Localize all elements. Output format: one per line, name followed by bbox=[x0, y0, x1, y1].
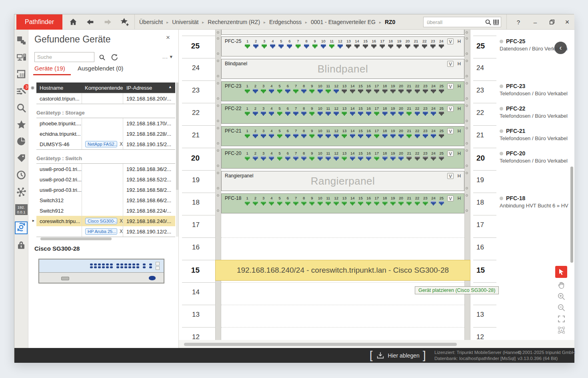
port[interactable]: 3 bbox=[259, 196, 267, 212]
table-row[interactable]: echidna.tripunkt...192.168.168.228/... bbox=[36, 129, 175, 139]
port[interactable]: 5 bbox=[276, 106, 284, 122]
back-icon[interactable] bbox=[84, 16, 96, 28]
port[interactable]: 15 bbox=[356, 151, 364, 167]
port[interactable]: 21 bbox=[405, 196, 413, 212]
port[interactable]: 15 bbox=[361, 39, 370, 55]
close-panel-icon[interactable]: × bbox=[166, 34, 170, 42]
rack-panel-pfc-23[interactable]: PFC-231234567891011121314151617181920212… bbox=[221, 81, 464, 101]
port[interactable]: 3 bbox=[260, 39, 268, 55]
port[interactable]: 11 bbox=[324, 151, 332, 167]
port[interactable]: 7 bbox=[292, 84, 300, 100]
table-horizontal-scrollbar[interactable] bbox=[40, 237, 112, 240]
port[interactable]: 24 bbox=[437, 39, 446, 55]
port[interactable]: 1 bbox=[243, 151, 251, 167]
remove-component-button[interactable]: X bbox=[120, 141, 123, 147]
port[interactable]: 21 bbox=[405, 151, 413, 167]
breadcrumb-item[interactable]: Erdgeschoss bbox=[269, 19, 302, 25]
port[interactable]: 3 bbox=[259, 129, 267, 145]
port[interactable]: 25 bbox=[438, 196, 446, 212]
port[interactable]: 10 bbox=[319, 39, 328, 55]
port[interactable]: 5 bbox=[276, 129, 284, 145]
tab-hidden[interactable]: Ausgeblendet (0) bbox=[78, 65, 123, 72]
rack-horizontal-scrollbar[interactable] bbox=[184, 343, 457, 346]
rack-panel-info[interactable]: PFC-22Telefondosen / Büro Verkabel bbox=[500, 105, 570, 119]
port[interactable]: 7 bbox=[292, 151, 300, 167]
port[interactable]: 20 bbox=[397, 151, 405, 167]
component-badge[interactable]: Cisco SG300-... bbox=[85, 218, 117, 224]
port[interactable]: 19 bbox=[395, 39, 403, 55]
port[interactable]: 6 bbox=[284, 196, 292, 212]
panel-v-button[interactable]: V bbox=[447, 195, 454, 201]
minimize-button[interactable]: – bbox=[529, 16, 542, 28]
breadcrumb-item[interactable]: Rechenzentrum (RZ) bbox=[208, 19, 260, 25]
breadcrumb-item[interactable]: RZ0 bbox=[385, 19, 395, 25]
rack-vertical-scrollbar[interactable] bbox=[570, 167, 573, 263]
port[interactable]: 13 bbox=[340, 129, 348, 145]
star-add-icon[interactable] bbox=[119, 16, 131, 28]
drop-here-zone[interactable]: [ Hier ablegen ] bbox=[370, 348, 426, 363]
restore-button[interactable] bbox=[546, 16, 558, 28]
ip-address-button[interactable]: 192.0.0.1 bbox=[15, 204, 28, 215]
port[interactable]: 8 bbox=[300, 129, 308, 145]
close-button[interactable]: × bbox=[561, 16, 574, 28]
port[interactable]: 23 bbox=[421, 196, 429, 212]
tools-icon[interactable]: 3 bbox=[16, 86, 26, 97]
port[interactable]: 24 bbox=[429, 151, 437, 167]
port[interactable]: 12 bbox=[332, 151, 340, 167]
port[interactable]: 25 bbox=[438, 106, 446, 122]
topology-icon[interactable] bbox=[16, 36, 26, 46]
rack-panel-rangierpanel[interactable]: RangierpanelRangierpanelVH bbox=[221, 171, 464, 191]
breadcrumb-item[interactable]: Universität bbox=[172, 19, 198, 25]
port[interactable]: 17 bbox=[378, 39, 386, 55]
search-icon[interactable] bbox=[16, 103, 26, 114]
remove-component-button[interactable]: X bbox=[120, 218, 123, 224]
port[interactable]: 1 bbox=[243, 196, 251, 212]
port[interactable]: 7 bbox=[292, 196, 300, 212]
port[interactable]: 19 bbox=[389, 84, 397, 100]
port[interactable]: 9 bbox=[308, 151, 316, 167]
discovery-icon[interactable] bbox=[16, 223, 26, 233]
component-badge[interactable]: HP Aruba 25... bbox=[85, 228, 117, 235]
drag-preview-block[interactable]: 192.168.168.240/24 - coreswitch.tripunkt… bbox=[215, 260, 470, 281]
port[interactable]: 13 bbox=[344, 39, 353, 55]
zoom-out-tool[interactable] bbox=[556, 304, 566, 313]
panel-v-button[interactable]: V bbox=[447, 128, 454, 134]
table-row[interactable]: HP Aruba 25...X192.168.190.12/2... bbox=[36, 226, 175, 237]
port[interactable]: 14 bbox=[348, 129, 356, 145]
table-row[interactable]: usw8-prod-01.tri...192.168.168.36/2... bbox=[36, 164, 175, 174]
port[interactable]: 10 bbox=[316, 151, 324, 167]
port[interactable]: 24 bbox=[429, 84, 437, 100]
port[interactable]: 8 bbox=[300, 196, 308, 212]
port[interactable]: 22 bbox=[413, 129, 421, 145]
port[interactable]: 11 bbox=[324, 84, 332, 100]
port[interactable]: 2 bbox=[251, 151, 259, 167]
port[interactable]: 11 bbox=[324, 106, 332, 122]
port[interactable]: 8 bbox=[300, 106, 308, 122]
port[interactable]: 22 bbox=[420, 39, 429, 55]
port[interactable]: 25 bbox=[438, 129, 446, 145]
port[interactable]: 22 bbox=[413, 84, 421, 100]
port[interactable]: 8 bbox=[300, 151, 308, 167]
sort-arrow-icon[interactable]: ▲ bbox=[168, 85, 172, 89]
table-row[interactable]: castorold.tripun...192.168.168.200/... bbox=[36, 93, 175, 104]
rack-panel-info[interactable]: PFC-18Anbindung HVT Bucht 6 » HV bbox=[500, 195, 570, 209]
port[interactable]: 25 bbox=[438, 151, 446, 167]
port[interactable]: 8 bbox=[300, 84, 308, 100]
panel-v-button[interactable]: V bbox=[447, 61, 454, 67]
port[interactable]: 22 bbox=[413, 106, 421, 122]
global-search-input[interactable] bbox=[427, 19, 485, 25]
select-tool[interactable] bbox=[555, 266, 567, 278]
refresh-icon[interactable] bbox=[110, 53, 119, 62]
port[interactable]: 14 bbox=[348, 196, 356, 212]
port[interactable]: 12 bbox=[336, 39, 344, 55]
port[interactable]: 24 bbox=[429, 196, 437, 212]
port[interactable]: 6 bbox=[284, 106, 292, 122]
port[interactable]: 1 bbox=[243, 39, 252, 55]
port[interactable]: 21 bbox=[405, 106, 413, 122]
table-row[interactable]: DUMSYS-46NetApp FAS2...X192.168.190.15/2… bbox=[36, 139, 175, 149]
port[interactable]: 11 bbox=[328, 39, 336, 55]
port[interactable]: 22 bbox=[413, 151, 421, 167]
port[interactable]: 9 bbox=[308, 196, 316, 212]
port[interactable]: 15 bbox=[356, 106, 364, 122]
device-search-input[interactable] bbox=[37, 54, 92, 60]
